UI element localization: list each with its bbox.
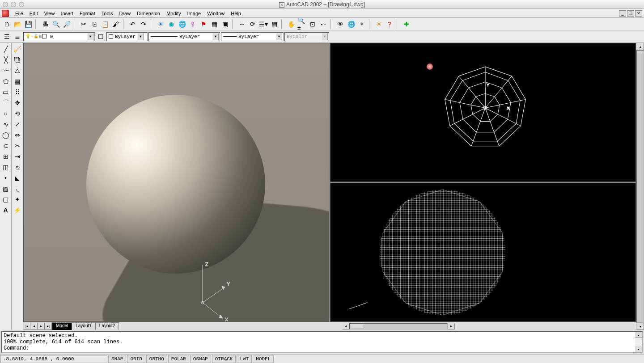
- layer-combo[interactable]: 💡☀🔓▦ 0 ▼: [23, 32, 95, 41]
- command-window[interactable]: Default scene selected. 100% complete, 6…: [1, 331, 643, 353]
- xline-icon[interactable]: ╳: [1, 55, 11, 65]
- layermgr-icon[interactable]: ☰: [2, 32, 12, 42]
- chevron-down-icon[interactable]: ▼: [87, 33, 93, 40]
- redo-icon[interactable]: ↷: [139, 19, 148, 29]
- publish-icon[interactable]: 🌐: [177, 19, 187, 29]
- mode-model[interactable]: MODEL: [253, 355, 274, 363]
- chevron-down-icon[interactable]: ▼: [276, 33, 282, 40]
- menu-dimension[interactable]: Dimension: [134, 10, 163, 17]
- makelayer-icon[interactable]: ☐: [96, 32, 106, 42]
- tab-prev-icon[interactable]: ◂: [30, 322, 38, 330]
- new-icon[interactable]: 🗋: [2, 19, 12, 29]
- tab-layout1[interactable]: Layout1: [72, 322, 96, 330]
- namedviews-icon[interactable]: 👁: [335, 19, 345, 29]
- scroll-down-icon[interactable]: ▾: [636, 323, 644, 330]
- linetype-combo[interactable]: ByLayer ▼: [148, 32, 220, 41]
- today-icon[interactable]: ☀: [156, 19, 165, 29]
- insert-icon[interactable]: ⊞: [1, 152, 11, 161]
- close-icon[interactable]: [3, 2, 8, 7]
- hatch-icon[interactable]: ▨: [1, 184, 11, 194]
- tab-layout2[interactable]: Layout2: [95, 322, 119, 330]
- mode-osnap[interactable]: OSNAP: [190, 355, 211, 363]
- menu-view[interactable]: View: [42, 10, 58, 17]
- designcenter-icon[interactable]: ▤: [269, 19, 279, 29]
- find-icon[interactable]: 🔎: [62, 19, 72, 29]
- mode-lwt[interactable]: LWT: [237, 355, 252, 363]
- dist-icon[interactable]: ↔: [237, 19, 247, 29]
- hscrollbar[interactable]: ◂ ▸: [342, 322, 636, 330]
- render-icon[interactable]: ☀: [374, 19, 384, 29]
- polygon-icon[interactable]: ⬠: [1, 76, 11, 86]
- point-icon[interactable]: •: [1, 173, 11, 183]
- layerprev-icon[interactable]: ≣: [13, 32, 22, 42]
- menu-help[interactable]: Help: [228, 10, 244, 17]
- trim-icon[interactable]: ✂: [13, 141, 22, 151]
- tab-model[interactable]: Model: [52, 322, 72, 330]
- menu-image[interactable]: Image: [185, 10, 204, 17]
- rotate-icon[interactable]: ⟲: [13, 109, 22, 118]
- mode-ortho[interactable]: ORTHO: [146, 355, 167, 363]
- menu-insert[interactable]: Insert: [58, 10, 76, 17]
- scroll-right-icon[interactable]: ▸: [448, 323, 455, 329]
- matchprop-icon[interactable]: 🖌: [111, 19, 121, 29]
- meetnow-icon[interactable]: ◉: [166, 19, 176, 29]
- minimize-icon[interactable]: [11, 2, 16, 7]
- vscrollbar[interactable]: ▴ ▾: [636, 43, 644, 330]
- block-icon[interactable]: ▣: [220, 19, 230, 29]
- menu-edit[interactable]: Edit: [27, 10, 41, 17]
- redraw-icon[interactable]: ⟳: [248, 19, 258, 29]
- save-icon[interactable]: 💾: [23, 19, 33, 29]
- mode-snap[interactable]: SNAP: [108, 355, 126, 363]
- ucs-icon[interactable]: ⌖: [357, 19, 367, 29]
- makeblock-icon[interactable]: ◫: [1, 162, 11, 172]
- region-icon[interactable]: ▢: [1, 194, 11, 204]
- flash-icon[interactable]: ⚡: [13, 205, 22, 215]
- chamfer-icon[interactable]: ◣: [13, 173, 22, 183]
- viewport-render[interactable]: Z Y X: [23, 43, 329, 322]
- zoomrt-icon[interactable]: 🔍±: [297, 19, 307, 29]
- mdi-minimize-icon[interactable]: _: [619, 10, 626, 17]
- zoomwin-icon[interactable]: ⊡: [308, 19, 318, 29]
- copy-obj-icon[interactable]: ⿻: [13, 55, 22, 65]
- viewport-top[interactable]: X Y: [330, 43, 636, 182]
- menu-modify[interactable]: Modify: [164, 10, 183, 17]
- spline-icon[interactable]: ∿: [1, 119, 11, 129]
- menu-window[interactable]: Window: [204, 10, 227, 17]
- offset-icon[interactable]: ▤: [13, 76, 22, 86]
- chevron-down-icon[interactable]: ▼: [212, 33, 219, 40]
- explode-icon[interactable]: ✦: [13, 194, 22, 204]
- print-icon[interactable]: 🖶: [40, 19, 50, 29]
- rectangle-icon[interactable]: ▭: [1, 87, 11, 97]
- undo-icon[interactable]: ↶: [128, 19, 138, 29]
- etransmit-icon[interactable]: ⇪: [188, 19, 198, 29]
- lineweight-combo[interactable]: ByLayer ▼: [221, 32, 284, 41]
- preview-icon[interactable]: 🔍: [51, 19, 61, 29]
- mdi-close-icon[interactable]: ✕: [635, 10, 642, 17]
- wblock-icon[interactable]: ▦: [209, 19, 219, 29]
- color-combo[interactable]: ByLayer ▼: [106, 32, 148, 41]
- 3dorbit-icon[interactable]: 🌐: [346, 19, 356, 29]
- zoom-icon[interactable]: [19, 2, 24, 7]
- pline-icon[interactable]: 〰: [1, 66, 11, 76]
- stretch-icon[interactable]: ⇔: [13, 130, 22, 140]
- move-icon[interactable]: ✥: [13, 98, 22, 108]
- scale-icon[interactable]: ⤢: [13, 119, 22, 129]
- zoomprev-icon[interactable]: ⤺: [318, 19, 328, 29]
- tab-last-icon[interactable]: ▸|: [45, 322, 52, 330]
- arc-icon[interactable]: ⌒: [1, 98, 11, 108]
- tab-first-icon[interactable]: |◂: [23, 322, 30, 330]
- fillet-icon[interactable]: ◟: [13, 184, 22, 194]
- tab-next-icon[interactable]: ▸: [38, 322, 45, 330]
- mode-grid[interactable]: GRID: [127, 355, 145, 363]
- pan-icon[interactable]: ✋: [286, 19, 296, 29]
- ellipse-icon[interactable]: ◯: [1, 130, 11, 140]
- paste-icon[interactable]: 📋: [100, 19, 110, 29]
- cut-icon[interactable]: ✂: [79, 19, 89, 29]
- menu-file[interactable]: File: [13, 10, 26, 17]
- scroll-left-icon[interactable]: ◂: [342, 323, 349, 329]
- erase-icon[interactable]: 🧹: [13, 44, 22, 54]
- menu-tools[interactable]: Tools: [99, 10, 116, 17]
- mode-otrack[interactable]: OTRACK: [212, 355, 236, 363]
- command-prompt[interactable]: Command:: [4, 345, 640, 351]
- copy-icon[interactable]: ⎘: [89, 19, 99, 29]
